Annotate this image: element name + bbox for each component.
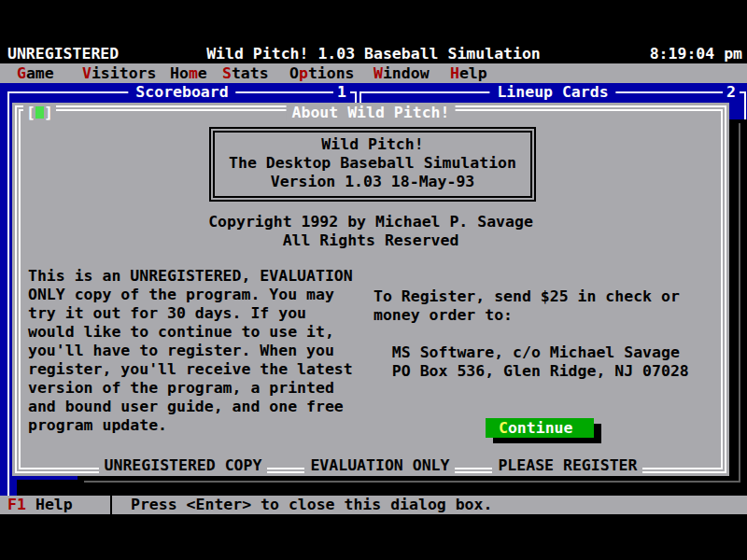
close-button[interactable]: [] bbox=[23, 104, 56, 121]
register-address-text: To Register, send $25 in check or money … bbox=[374, 287, 689, 381]
menu-visitors[interactable]: Visitors bbox=[82, 63, 156, 83]
menu-stats[interactable]: Stats bbox=[222, 63, 269, 83]
copyright-line: Copyright 1992 by Michael P. Savage bbox=[12, 213, 729, 231]
menu-game[interactable]: Game bbox=[17, 63, 54, 83]
footer-evaluation: EVALUATION ONLY bbox=[304, 456, 455, 475]
scoreboard-window-number: 1 bbox=[333, 83, 350, 102]
f1-help-label[interactable]: Help bbox=[35, 496, 73, 514]
rights-line: All Rights Reserved bbox=[12, 231, 729, 250]
continue-button[interactable]: Continue bbox=[486, 418, 594, 438]
menu-options[interactable]: Options bbox=[289, 63, 355, 83]
product-name: Wild Pitch! bbox=[215, 135, 530, 154]
title-bar: UNREGISTERED Wild Pitch! 1.03 Baseball S… bbox=[0, 45, 747, 63]
copyright-block: Copyright 1992 by Michael P. Savage All … bbox=[12, 213, 729, 250]
f1-help-key[interactable]: F1 bbox=[7, 496, 26, 514]
registration-status: UNREGISTERED bbox=[7, 45, 119, 63]
dialog-title: About Wild Pitch! bbox=[287, 104, 456, 121]
app-title: Wild Pitch! 1.03 Baseball Simulation bbox=[206, 45, 541, 63]
scoreboard-window-title: Scoreboard bbox=[128, 83, 235, 102]
footer-unregistered: UNREGISTERED COPY bbox=[99, 456, 268, 475]
dos-screen: UNREGISTERED Wild Pitch! 1.03 Baseball S… bbox=[0, 0, 747, 560]
dialog-footer: UNREGISTERED COPY EVALUATION ONLY PLEASE… bbox=[12, 456, 729, 475]
green-square-close-icon bbox=[35, 106, 44, 119]
about-dialog: [] About Wild Pitch! Wild Pitch! The Des… bbox=[12, 103, 729, 476]
footer-register: PLEASE REGISTER bbox=[492, 456, 642, 475]
shadowed-window-border-vertical bbox=[739, 123, 740, 482]
status-message: Press <Enter> to close this dialog box. bbox=[131, 496, 492, 514]
menu-bar: Game Visitors Home Stats Options Window … bbox=[0, 63, 747, 83]
product-version: Version 1.03 18-May-93 bbox=[215, 173, 530, 191]
shadowed-window-border-horizontal bbox=[84, 481, 740, 483]
menu-help[interactable]: Help bbox=[450, 63, 487, 83]
lineup-window-title: Lineup Cards bbox=[489, 83, 615, 102]
lineup-window-number: 2 bbox=[723, 83, 740, 102]
status-bar: F1 Help Press <Enter> to close this dial… bbox=[0, 496, 747, 514]
clock: 8:19:04 pm bbox=[650, 45, 742, 63]
evaluation-text: This is an UNREGISTERED, EVALUATION ONLY… bbox=[28, 267, 353, 435]
product-tagline: The Desktop Baseball Simulation bbox=[215, 154, 530, 173]
status-separator bbox=[110, 496, 112, 514]
menu-window[interactable]: Window bbox=[374, 63, 430, 83]
about-info-box: Wild Pitch! The Desktop Baseball Simulat… bbox=[209, 127, 536, 202]
menu-home[interactable]: Home bbox=[170, 63, 207, 83]
dialog-shadow-strip bbox=[17, 480, 78, 496]
